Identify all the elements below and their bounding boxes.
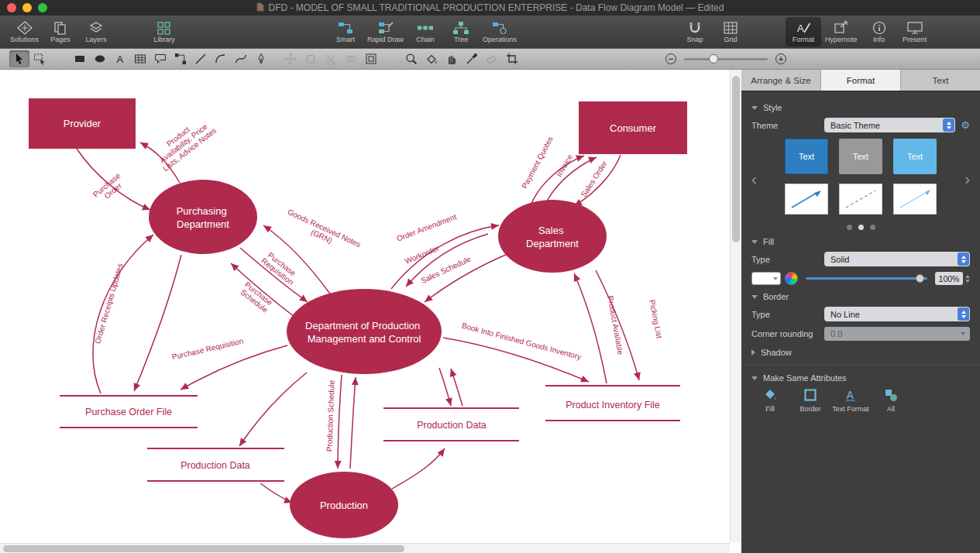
previews-prev-button[interactable]: ‹ xyxy=(751,171,757,187)
border-section-header[interactable]: Border xyxy=(751,292,970,301)
chain-button[interactable]: Chain xyxy=(407,17,443,46)
flow-dept-to-production-data-left[interactable] xyxy=(236,373,307,448)
page-dot-2[interactable] xyxy=(858,225,864,230)
corner-rounding-field[interactable]: 0.0 xyxy=(824,327,970,341)
page-dot-3[interactable] xyxy=(870,225,875,230)
gear-icon[interactable]: ⚙ xyxy=(961,120,970,130)
crop-tool-button[interactable] xyxy=(502,50,522,67)
grid-button[interactable]: Grid xyxy=(713,17,748,46)
flow-order-receipts-updates[interactable]: Order Receipts Updates xyxy=(93,232,156,393)
flow-sales-order[interactable]: Sales Order xyxy=(573,155,621,209)
rapid-draw-button[interactable]: Rapid Draw xyxy=(363,17,407,46)
flow-picking-list[interactable]: Picking List xyxy=(596,270,664,381)
zoom-tool-button[interactable] xyxy=(401,50,421,67)
flow-book-into-inventory[interactable]: Book Into Finished Goods Inventory xyxy=(443,321,590,386)
minimize-button[interactable] xyxy=(22,3,32,12)
fill-section-header[interactable]: Fill xyxy=(751,237,970,246)
canvas[interactable]: Product Availability, Price Lists, Advic… xyxy=(0,70,741,553)
line-preview-1[interactable] xyxy=(785,184,828,215)
ellipse-tool-button[interactable] xyxy=(90,50,110,67)
move-tool-button[interactable] xyxy=(280,50,301,67)
vertical-scrollbar[interactable] xyxy=(730,70,741,543)
datastore-production-data-left[interactable]: Production Data xyxy=(147,448,284,481)
process-sales-department[interactable]: Sales Department xyxy=(498,200,607,273)
flow-workorder[interactable]: Workorder xyxy=(404,234,488,289)
snap-button[interactable]: Snap xyxy=(677,17,713,46)
pan-tool-button[interactable] xyxy=(442,50,462,67)
opacity-stepper-icon[interactable] xyxy=(965,275,970,283)
make-same-all-button[interactable]: All xyxy=(872,387,910,414)
flow-purchase-requisition-2[interactable]: Purchase Requisition xyxy=(171,337,287,393)
pages-button[interactable]: Pages xyxy=(43,17,78,46)
tree-button[interactable]: Tree xyxy=(443,17,479,46)
eyedropper-tool-button[interactable] xyxy=(462,50,482,67)
arc-tool-button[interactable] xyxy=(211,50,231,67)
previews-next-button[interactable]: › xyxy=(965,171,970,187)
fill-opacity-slider[interactable] xyxy=(806,277,927,280)
library-button[interactable]: Library xyxy=(146,17,182,46)
present-button[interactable]: Present xyxy=(897,17,933,46)
zoom-in-button[interactable]: + xyxy=(775,53,786,64)
flow-purchasing-to-file[interactable] xyxy=(131,255,181,393)
process-purchasing-department[interactable]: Purchasing Department xyxy=(149,180,257,254)
layers-button[interactable]: Layers xyxy=(78,17,114,46)
flow-dept-production-data-mid[interactable] xyxy=(439,368,462,407)
make-same-fill-button[interactable]: Fill xyxy=(751,387,789,414)
close-button[interactable] xyxy=(7,3,16,12)
datastore-production-data-mid[interactable]: Production Data xyxy=(383,408,519,441)
smart-button[interactable]: Smart xyxy=(328,17,363,46)
tab-text[interactable]: Text xyxy=(901,70,980,91)
flow-goods-received-notes[interactable]: Goods Received Notes (GRN) xyxy=(261,208,363,296)
flow-purchase-order[interactable]: Purchase Order xyxy=(77,149,152,213)
line-preview-3[interactable] xyxy=(893,184,937,215)
horizontal-scrollbar-thumb[interactable] xyxy=(3,545,404,552)
flow-product-available[interactable]: Product Available xyxy=(571,272,625,383)
fill-tool-button[interactable] xyxy=(421,50,442,67)
external-entity-provider[interactable]: Provider xyxy=(29,98,136,149)
external-entity-consumer[interactable]: Consumer xyxy=(579,101,687,154)
page-dot-1[interactable] xyxy=(847,225,852,230)
flow-production-to-production-data-mid[interactable] xyxy=(392,446,448,489)
rotate-tool-button[interactable] xyxy=(301,50,321,67)
line-preview-2[interactable] xyxy=(839,184,882,215)
datastore-purchase-order-file[interactable]: Purchase Order File xyxy=(60,396,198,428)
fill-color-well[interactable] xyxy=(751,272,781,285)
text-frame-tool-button[interactable] xyxy=(361,50,381,67)
table-tool-button[interactable] xyxy=(130,50,150,67)
eraser-tool-button[interactable] xyxy=(482,50,502,67)
color-wheel-icon[interactable] xyxy=(785,272,798,285)
horizontal-scrollbar[interactable] xyxy=(0,543,730,553)
info-button[interactable]: Info xyxy=(861,17,897,46)
theme-preview-3[interactable]: Text xyxy=(893,139,937,174)
make-same-text-format-button[interactable]: A Text Format xyxy=(832,387,869,414)
operations-button[interactable]: Operations xyxy=(479,17,521,46)
weld-tool-button[interactable] xyxy=(341,50,361,67)
callout-tool-button[interactable] xyxy=(150,50,170,67)
fill-type-dropdown[interactable]: Solid xyxy=(824,252,970,266)
theme-preview-1[interactable]: Text xyxy=(785,139,828,174)
hypernote-button[interactable]: Hypernote xyxy=(821,17,861,46)
flow-product-availability[interactable]: Product Availability, Price Lists, Advic… xyxy=(139,112,218,183)
tab-format[interactable]: Format xyxy=(821,70,901,91)
select-tool-button[interactable] xyxy=(9,50,29,67)
shadow-section-header[interactable]: Shadow xyxy=(751,348,970,357)
fill-opacity-value[interactable]: 100% xyxy=(935,272,963,285)
process-dept-production-management[interactable]: Department of Production Management and … xyxy=(287,289,442,374)
vertical-scrollbar-thumb[interactable] xyxy=(732,76,740,242)
flow-production-schedule[interactable]: Production Schedule xyxy=(325,375,359,469)
border-type-dropdown[interactable]: No Line xyxy=(824,307,970,321)
spline-tool-button[interactable] xyxy=(231,50,251,67)
process-production[interactable]: Production xyxy=(290,472,398,538)
make-same-section-header[interactable]: Make Same Attributes xyxy=(751,373,970,383)
rectangle-tool-button[interactable] xyxy=(70,50,90,67)
flow-production-data-left-to-production[interactable] xyxy=(260,483,294,506)
theme-dropdown[interactable]: Basic Theme xyxy=(824,118,955,132)
theme-preview-2[interactable]: Text xyxy=(839,139,882,174)
flow-order-amendment[interactable]: Order Amendment xyxy=(391,212,500,289)
datastore-product-inventory-file[interactable]: Product Inventory File xyxy=(545,386,680,421)
text-tool-button[interactable]: A xyxy=(110,50,130,67)
tab-arrange-size[interactable]: Arrange & Size xyxy=(741,70,821,91)
zoom-out-button[interactable]: − xyxy=(665,53,676,64)
zoom-slider[interactable] xyxy=(684,58,768,60)
style-section-header[interactable]: Style xyxy=(751,103,970,112)
